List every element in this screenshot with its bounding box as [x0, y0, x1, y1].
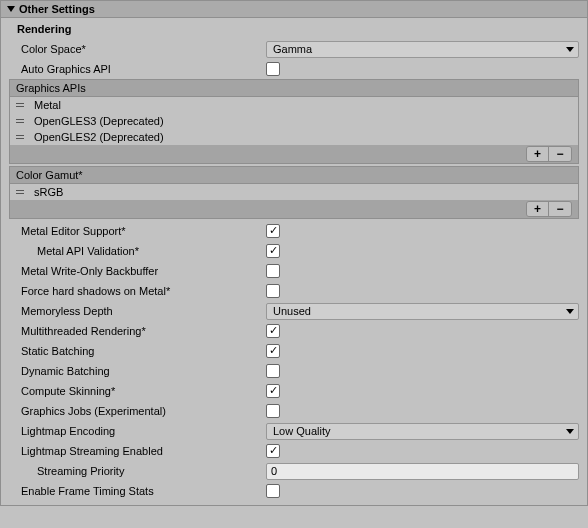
- color-gamut-header: Color Gamut*: [10, 167, 578, 184]
- chevron-down-icon: [566, 47, 574, 52]
- row-memoryless-depth: Memoryless Depth Unused: [5, 301, 583, 321]
- list-item-label: OpenGLES3 (Deprecated): [34, 115, 164, 127]
- list-item-label: sRGB: [34, 186, 63, 198]
- graphics-apis-header: Graphics APIs: [10, 80, 578, 97]
- metal-editor-support-checkbox[interactable]: [266, 224, 280, 238]
- streaming-priority-label: Streaming Priority: [9, 465, 266, 477]
- row-dynamic-batching: Dynamic Batching: [5, 361, 583, 381]
- streaming-priority-field[interactable]: 0: [266, 463, 579, 480]
- list-buttons: + −: [526, 146, 572, 162]
- rendering-title: Rendering: [5, 21, 583, 39]
- metal-write-only-backbuffer-label: Metal Write-Only Backbuffer: [9, 265, 266, 277]
- row-metal-api-validation: Metal API Validation*: [5, 241, 583, 261]
- multithreaded-rendering-checkbox[interactable]: [266, 324, 280, 338]
- dynamic-batching-label: Dynamic Batching: [9, 365, 266, 377]
- row-enable-frame-timing-stats: Enable Frame Timing Stats: [5, 481, 583, 501]
- color-space-value: Gamma: [273, 43, 312, 55]
- metal-editor-support-label: Metal Editor Support*: [9, 225, 266, 237]
- enable-frame-timing-stats-checkbox[interactable]: [266, 484, 280, 498]
- graphics-apis-footer: + −: [10, 145, 578, 163]
- force-hard-shadows-checkbox[interactable]: [266, 284, 280, 298]
- list-item[interactable]: OpenGLES2 (Deprecated): [10, 129, 578, 145]
- color-gamut-footer: + −: [10, 200, 578, 218]
- row-lightmap-streaming-enabled: Lightmap Streaming Enabled: [5, 441, 583, 461]
- drag-handle-icon[interactable]: [16, 103, 24, 107]
- memoryless-depth-dropdown[interactable]: Unused: [266, 303, 579, 320]
- row-metal-editor-support: Metal Editor Support*: [5, 221, 583, 241]
- streaming-priority-value: 0: [271, 465, 277, 477]
- metal-api-validation-label: Metal API Validation*: [9, 245, 266, 257]
- section-title: Other Settings: [19, 3, 95, 15]
- list-item-label: OpenGLES2 (Deprecated): [34, 131, 164, 143]
- drag-handle-icon[interactable]: [16, 119, 24, 123]
- list-item[interactable]: Metal: [10, 97, 578, 113]
- list-item[interactable]: sRGB: [10, 184, 578, 200]
- add-button[interactable]: +: [527, 202, 549, 216]
- row-metal-write-only-backbuffer: Metal Write-Only Backbuffer: [5, 261, 583, 281]
- enable-frame-timing-stats-label: Enable Frame Timing Stats: [9, 485, 266, 497]
- memoryless-depth-label: Memoryless Depth: [9, 305, 266, 317]
- lightmap-streaming-enabled-checkbox[interactable]: [266, 444, 280, 458]
- list-buttons: + −: [526, 201, 572, 217]
- graphics-jobs-checkbox[interactable]: [266, 404, 280, 418]
- lightmap-encoding-dropdown[interactable]: Low Quality: [266, 423, 579, 440]
- color-gamut-list: Color Gamut* sRGB + −: [9, 166, 579, 219]
- list-item-label: Metal: [34, 99, 61, 111]
- lightmap-streaming-enabled-label: Lightmap Streaming Enabled: [9, 445, 266, 457]
- multithreaded-rendering-label: Multithreaded Rendering*: [9, 325, 266, 337]
- static-batching-label: Static Batching: [9, 345, 266, 357]
- section-header[interactable]: Other Settings: [1, 1, 587, 18]
- metal-api-validation-checkbox[interactable]: [266, 244, 280, 258]
- row-streaming-priority: Streaming Priority 0: [5, 461, 583, 481]
- row-auto-graphics-api: Auto Graphics API: [5, 59, 583, 79]
- chevron-down-icon: [566, 309, 574, 314]
- compute-skinning-label: Compute Skinning*: [9, 385, 266, 397]
- drag-handle-icon[interactable]: [16, 135, 24, 139]
- remove-button[interactable]: −: [549, 202, 571, 216]
- row-lightmap-encoding: Lightmap Encoding Low Quality: [5, 421, 583, 441]
- row-graphics-jobs: Graphics Jobs (Experimental): [5, 401, 583, 421]
- row-compute-skinning: Compute Skinning*: [5, 381, 583, 401]
- drag-handle-icon[interactable]: [16, 190, 24, 194]
- row-force-hard-shadows: Force hard shadows on Metal*: [5, 281, 583, 301]
- color-space-label: Color Space*: [9, 43, 266, 55]
- dynamic-batching-checkbox[interactable]: [266, 364, 280, 378]
- lightmap-encoding-value: Low Quality: [273, 425, 330, 437]
- color-gamut-rows: sRGB: [10, 184, 578, 200]
- metal-write-only-backbuffer-checkbox[interactable]: [266, 264, 280, 278]
- graphics-apis-list: Graphics APIs Metal OpenGLES3 (Deprecate…: [9, 79, 579, 164]
- row-static-batching: Static Batching: [5, 341, 583, 361]
- add-button[interactable]: +: [527, 147, 549, 161]
- other-settings-panel: Other Settings Rendering Color Space* Ga…: [0, 0, 588, 506]
- chevron-down-icon: [566, 429, 574, 434]
- foldout-icon: [7, 6, 15, 12]
- graphics-jobs-label: Graphics Jobs (Experimental): [9, 405, 266, 417]
- auto-graphics-api-checkbox[interactable]: [266, 62, 280, 76]
- row-multithreaded-rendering: Multithreaded Rendering*: [5, 321, 583, 341]
- compute-skinning-checkbox[interactable]: [266, 384, 280, 398]
- force-hard-shadows-label: Force hard shadows on Metal*: [9, 285, 266, 297]
- auto-graphics-api-label: Auto Graphics API: [9, 63, 266, 75]
- color-space-dropdown[interactable]: Gamma: [266, 41, 579, 58]
- static-batching-checkbox[interactable]: [266, 344, 280, 358]
- list-item[interactable]: OpenGLES3 (Deprecated): [10, 113, 578, 129]
- section-content: Rendering Color Space* Gamma Auto Graphi…: [1, 18, 587, 505]
- remove-button[interactable]: −: [549, 147, 571, 161]
- lightmap-encoding-label: Lightmap Encoding: [9, 425, 266, 437]
- row-color-space: Color Space* Gamma: [5, 39, 583, 59]
- memoryless-depth-value: Unused: [273, 305, 311, 317]
- graphics-apis-rows: Metal OpenGLES3 (Deprecated) OpenGLES2 (…: [10, 97, 578, 145]
